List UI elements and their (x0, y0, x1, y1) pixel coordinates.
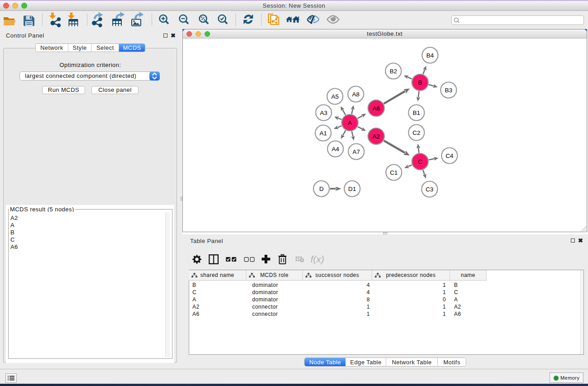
svg-text:B2: B2 (390, 68, 397, 75)
svg-text:A: A (348, 119, 352, 126)
svg-text:A4: A4 (332, 146, 339, 152)
svg-text:C1: C1 (390, 169, 397, 176)
svg-text:C3: C3 (425, 186, 433, 193)
svg-text:A1: A1 (320, 130, 327, 137)
svg-text:C2: C2 (412, 129, 420, 136)
svg-text:A8: A8 (352, 91, 360, 98)
svg-text:C: C (418, 158, 422, 165)
svg-text:A3: A3 (320, 110, 328, 116)
svg-text:f(x): f(x) (311, 254, 324, 264)
svg-text:D: D (319, 186, 324, 192)
svg-text:A2: A2 (373, 133, 380, 140)
svg-text:A7: A7 (353, 148, 360, 155)
svg-text:D1: D1 (348, 186, 356, 192)
svg-text:B3: B3 (445, 87, 453, 94)
svg-text:B: B (418, 79, 422, 86)
svg-text:B4: B4 (426, 52, 434, 59)
svg-text:A6: A6 (373, 105, 380, 112)
svg-text:C4: C4 (445, 152, 454, 159)
svg-text:A5: A5 (331, 93, 339, 100)
svg-text:B1: B1 (413, 110, 421, 116)
